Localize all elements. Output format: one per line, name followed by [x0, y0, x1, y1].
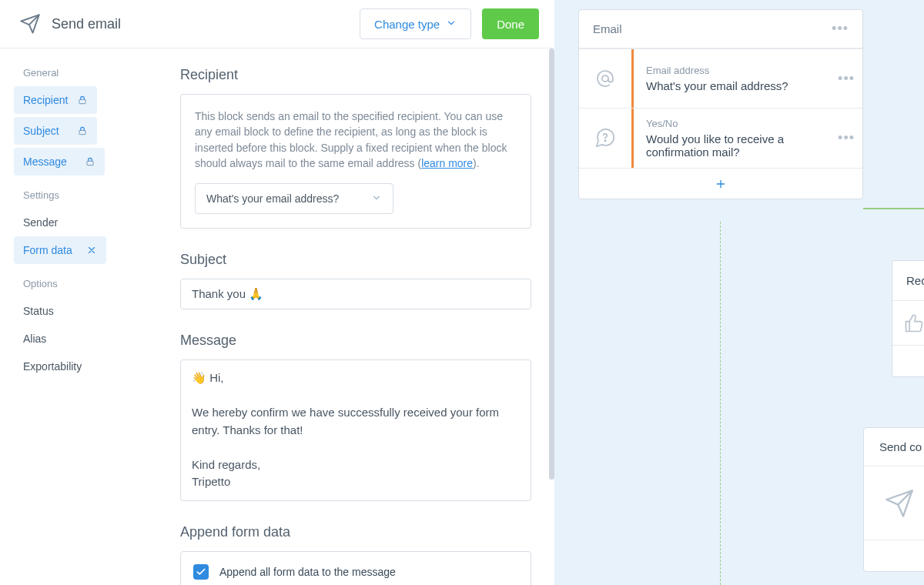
sidebar-item-label: Status [23, 305, 54, 317]
sidebar-item-exportability[interactable]: Exportability [14, 353, 165, 380]
change-type-label: Change type [374, 18, 440, 31]
content-area: Recipient This block sends an email to t… [177, 48, 554, 585]
subject-heading: Subject [180, 252, 531, 268]
message-textarea[interactable]: 👋 Hi, We hereby confirm we have successf… [180, 359, 531, 501]
sidebar-item-sender[interactable]: Sender [14, 209, 165, 236]
sidebar-item-label: Sender [23, 216, 58, 229]
recipient-info-box: This block sends an email to the specifi… [180, 94, 531, 229]
add-row-button[interactable] [579, 168, 862, 199]
append-checkbox-row[interactable]: Append all form data to the message [180, 551, 531, 585]
stub-card-label: Rec [892, 261, 924, 301]
append-checkbox-label: Append all form data to the message [219, 566, 396, 578]
stub-card-2[interactable]: Send co [863, 427, 924, 572]
email-card-title: Email [593, 22, 622, 35]
page-title: Send email [52, 16, 349, 32]
svg-rect-2 [87, 161, 93, 165]
stub2-card-label: Send co [864, 428, 924, 466]
close-icon[interactable] [86, 245, 97, 256]
more-icon[interactable]: ••• [838, 130, 855, 146]
row-label: Email address [646, 65, 788, 76]
lock-icon [77, 125, 88, 136]
editor-panel: Send email Change type Done General Reci… [0, 0, 554, 585]
send-email-icon [19, 13, 41, 35]
sidebar-item-form-data[interactable]: Form data [14, 236, 106, 264]
more-icon[interactable]: ••• [838, 71, 855, 87]
email-card-header: Email ••• [579, 10, 862, 48]
append-heading: Append form data [180, 524, 531, 540]
email-row-yesno[interactable]: Yes/No Would you like to receive a confi… [579, 108, 862, 168]
recipient-info-text: This block sends an email to the specifi… [195, 109, 517, 171]
recipient-section: Recipient This block sends an email to t… [180, 67, 531, 229]
sidebar-item-alias[interactable]: Alias [14, 325, 165, 353]
svg-point-4 [604, 140, 606, 142]
at-sign-icon [579, 49, 631, 108]
lock-icon [85, 156, 95, 167]
more-icon[interactable]: ••• [832, 21, 849, 37]
svg-rect-1 [79, 130, 85, 134]
sidebar-item-subject[interactable]: Subject [14, 117, 97, 145]
email-row-address[interactable]: Email address What's your email address?… [579, 48, 862, 108]
row-title: Would you like to receive a confirmation… [646, 132, 832, 159]
row-label: Yes/No [646, 118, 832, 129]
sidebar-heading-options: Options [23, 278, 165, 289]
append-section: Append form data Append all form data to… [180, 524, 531, 585]
done-button[interactable]: Done [482, 8, 539, 39]
sidebar-item-label: Form data [23, 244, 72, 256]
editor-body: General Recipient Subject Message Settin… [0, 48, 554, 585]
subject-section: Subject [180, 252, 531, 309]
sidebar-item-message[interactable]: Message [14, 148, 105, 176]
sidebar-item-label: Recipient [23, 94, 68, 106]
email-node-card[interactable]: Email ••• Email address What's your emai… [578, 9, 863, 199]
learn-more-link[interactable]: learn more [421, 157, 473, 169]
header: Send email Change type Done [0, 0, 554, 48]
sidebar-item-recipient[interactable]: Recipient [14, 86, 97, 114]
checkbox-checked-icon[interactable] [193, 564, 209, 580]
connector-line-horizontal [863, 208, 924, 209]
svg-rect-0 [79, 99, 85, 103]
sidebar-heading-general: General [23, 67, 165, 79]
recipient-select-value: What's your email address? [206, 192, 339, 205]
send-email-icon [864, 466, 924, 540]
done-label: Done [497, 18, 524, 31]
sidebar-item-label: Subject [23, 125, 59, 137]
recipient-heading: Recipient [180, 67, 531, 83]
subject-input[interactable] [180, 279, 531, 309]
change-type-button[interactable]: Change type [360, 8, 471, 39]
canvas[interactable]: Email ••• Email address What's your emai… [554, 0, 924, 585]
scrollbar[interactable] [549, 48, 554, 480]
connector-line-vertical [720, 222, 721, 585]
chevron-down-icon [446, 18, 457, 31]
question-bubble-icon [579, 109, 631, 167]
recipient-select[interactable]: What's your email address? [195, 183, 393, 214]
sidebar-item-status[interactable]: Status [14, 297, 165, 325]
sidebar-item-label: Alias [23, 333, 46, 345]
sidebar-heading-settings: Settings [23, 189, 165, 201]
svg-point-3 [602, 75, 608, 82]
message-section: Message 👋 Hi, We hereby confirm we have … [180, 333, 531, 501]
lock-icon [77, 95, 88, 105]
sidebar-item-label: Message [23, 155, 67, 168]
row-title: What's your email address? [646, 79, 788, 92]
stub-card-1[interactable]: Rec [892, 260, 924, 377]
message-heading: Message [180, 333, 531, 349]
chevron-down-icon [371, 192, 382, 206]
sidebar: General Recipient Subject Message Settin… [0, 48, 177, 585]
sidebar-item-label: Exportability [23, 360, 82, 373]
thumbs-up-icon [892, 301, 924, 346]
